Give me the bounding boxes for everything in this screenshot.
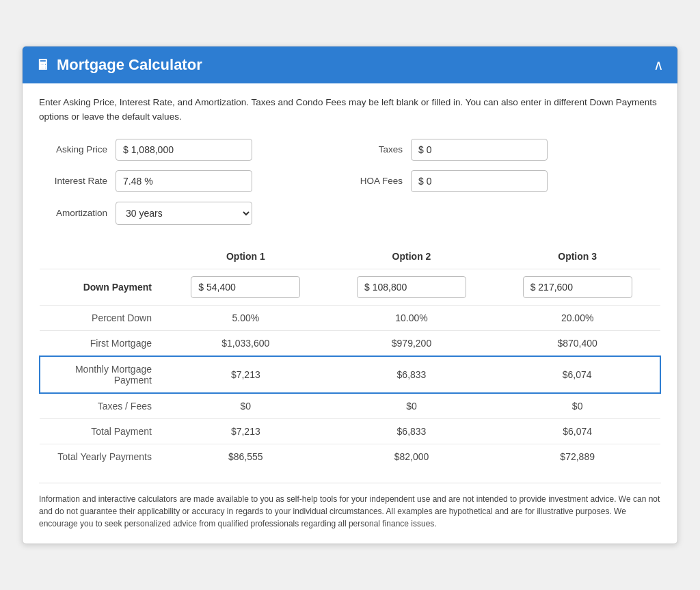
amortization-select[interactable]: 10 years 15 years 20 years 25 years 30 y… bbox=[116, 202, 252, 225]
table-row: Total Payment$7,213$6,833$6,074 bbox=[40, 418, 660, 444]
table-row: Taxes / Fees$0$0$0 bbox=[40, 393, 660, 419]
row-label-1: Percent Down bbox=[40, 305, 163, 330]
hoa-fees-input[interactable] bbox=[411, 170, 548, 192]
down-payment-input-3[interactable] bbox=[523, 276, 632, 298]
disclaimer-text: Information and interactive calculators … bbox=[39, 483, 661, 530]
header-title-group: 🖩 Mortgage Calculator bbox=[36, 56, 202, 74]
down-payment-input-2[interactable] bbox=[357, 276, 466, 298]
results-table: Option 1 Option 2 Option 3 Down PaymentP… bbox=[39, 244, 661, 469]
row-value-5-3: $6,074 bbox=[494, 418, 660, 444]
calculator-header: 🖩 Mortgage Calculator ∧ bbox=[23, 46, 677, 83]
row-value-2-3: $870,400 bbox=[494, 330, 660, 356]
row-value-4-2: $0 bbox=[329, 393, 495, 419]
asking-price-input[interactable] bbox=[116, 139, 252, 161]
row-value-0-2[interactable] bbox=[329, 269, 495, 305]
row-label-2: First Mortgage bbox=[40, 330, 163, 356]
row-value-3-1: $7,213 bbox=[163, 356, 329, 393]
asking-price-label: Asking Price bbox=[39, 144, 107, 155]
collapse-button[interactable]: ∧ bbox=[654, 57, 664, 73]
table-row: Percent Down5.00%10.00%20.00% bbox=[40, 305, 660, 330]
table-header-option3: Option 3 bbox=[494, 244, 660, 269]
row-value-0-1[interactable] bbox=[163, 269, 329, 305]
row-value-4-3: $0 bbox=[494, 393, 660, 419]
taxes-input[interactable] bbox=[411, 139, 548, 161]
row-value-3-3: $6,074 bbox=[494, 356, 660, 393]
calculator-icon: 🖩 bbox=[36, 57, 50, 73]
table-row: First Mortgage$1,033,600$979,200$870,400 bbox=[40, 330, 660, 356]
interest-rate-row: Interest Rate bbox=[39, 170, 252, 192]
table-header-option1: Option 1 bbox=[163, 244, 329, 269]
row-value-2-1: $1,033,600 bbox=[163, 330, 329, 356]
inputs-left: Asking Price Interest Rate Amortization … bbox=[39, 139, 252, 225]
row-value-1-2: 10.00% bbox=[329, 305, 495, 330]
row-value-4-1: $0 bbox=[163, 393, 329, 419]
down-payment-input-1[interactable] bbox=[191, 276, 300, 298]
calculator-container: 🖩 Mortgage Calculator ∧ Enter Asking Pri… bbox=[22, 46, 678, 544]
row-label-0: Down Payment bbox=[40, 269, 163, 305]
row-value-6-1: $86,555 bbox=[163, 444, 329, 469]
description-text: Enter Asking Price, Interest Rate, and A… bbox=[39, 96, 661, 124]
hoa-fees-row: HOA Fees bbox=[334, 170, 548, 192]
interest-rate-input[interactable] bbox=[116, 170, 252, 192]
row-value-1-1: 5.00% bbox=[163, 305, 329, 330]
amortization-row: Amortization 10 years 15 years 20 years … bbox=[39, 202, 252, 225]
row-value-1-3: 20.00% bbox=[494, 305, 660, 330]
row-value-2-2: $979,200 bbox=[329, 330, 495, 356]
row-label-5: Total Payment bbox=[40, 418, 163, 444]
row-value-6-2: $82,000 bbox=[329, 444, 495, 469]
table-row: Down Payment bbox=[40, 269, 660, 305]
table-row: Monthly MortgagePayment$7,213$6,833$6,07… bbox=[40, 356, 660, 393]
row-value-6-3: $72,889 bbox=[494, 444, 660, 469]
header-title: Mortgage Calculator bbox=[57, 56, 202, 74]
row-value-5-2: $6,833 bbox=[329, 418, 495, 444]
results-table-section: Option 1 Option 2 Option 3 Down PaymentP… bbox=[39, 244, 661, 469]
taxes-label: Taxes bbox=[334, 144, 403, 155]
table-header-option2: Option 2 bbox=[329, 244, 495, 269]
interest-rate-label: Interest Rate bbox=[39, 176, 107, 186]
table-row: Total Yearly Payments$86,555$82,000$72,8… bbox=[40, 444, 660, 469]
row-value-5-1: $7,213 bbox=[163, 418, 329, 444]
row-value-3-2: $6,833 bbox=[329, 356, 495, 393]
inputs-section: Asking Price Interest Rate Amortization … bbox=[39, 139, 661, 225]
row-value-0-3[interactable] bbox=[494, 269, 660, 305]
taxes-row: Taxes bbox=[334, 139, 548, 161]
row-label-3: Monthly MortgagePayment bbox=[40, 356, 163, 393]
row-label-4: Taxes / Fees bbox=[40, 393, 163, 419]
row-label-6: Total Yearly Payments bbox=[40, 444, 163, 469]
hoa-fees-label: HOA Fees bbox=[334, 176, 403, 186]
asking-price-row: Asking Price bbox=[39, 139, 252, 161]
inputs-right: Taxes HOA Fees bbox=[334, 139, 548, 225]
amortization-label: Amortization bbox=[39, 208, 107, 218]
calculator-content: Enter Asking Price, Interest Rate, and A… bbox=[23, 83, 677, 544]
table-header-empty bbox=[40, 244, 163, 269]
